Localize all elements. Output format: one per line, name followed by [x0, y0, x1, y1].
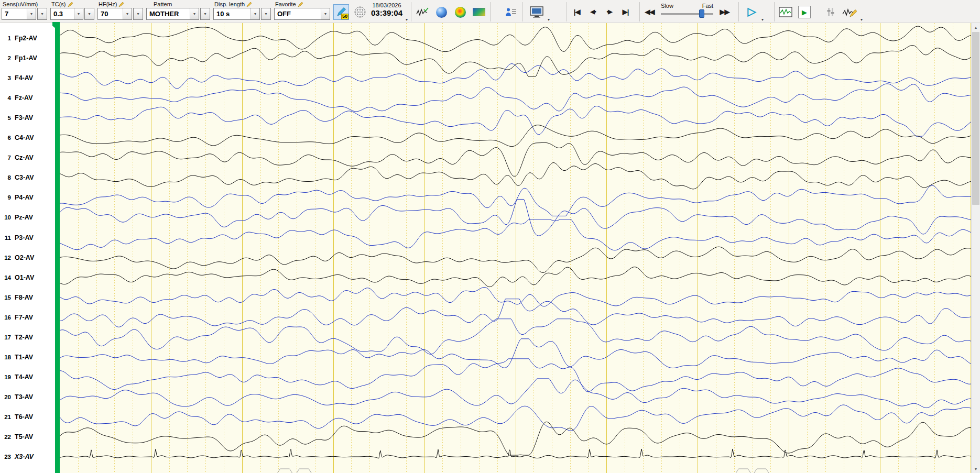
play-dropdown-icon[interactable]: ▾ [761, 17, 764, 22]
scrollbar-thumb[interactable] [972, 32, 979, 205]
channel-label-row[interactable]: 23X3-AV [3, 452, 34, 461]
skip-start-button[interactable]: |◀ [570, 5, 583, 18]
trend-edit-button[interactable] [415, 4, 430, 20]
chevron-down-icon[interactable]: ▾ [251, 8, 259, 19]
chevron-down-icon[interactable]: ▾ [85, 8, 94, 19]
separator [738, 2, 739, 21]
play-button[interactable]: ▷ [745, 5, 758, 18]
review-play-button[interactable]: ▶ [797, 4, 812, 20]
electrode-map-button[interactable] [352, 4, 368, 20]
channel-label-row[interactable]: 10Pz-AV [3, 213, 33, 222]
chevron-down-icon[interactable]: ▾ [201, 8, 210, 19]
disp-length-combo[interactable]: 10 s ▾ [213, 8, 260, 20]
chevron-down-icon[interactable]: ▾ [27, 8, 36, 19]
channel-label-row[interactable]: 16F7-AV [3, 313, 33, 322]
channel-label-row[interactable]: 4Fz-AV [3, 93, 33, 103]
montage-dropdown-icon[interactable]: ▾ [861, 17, 863, 22]
channel-label-row[interactable]: 11P3-AV [3, 233, 34, 243]
channel-label-row[interactable]: 7Cz-AV [3, 153, 34, 162]
favorite-combo[interactable]: OFF ▾ [274, 8, 330, 20]
video-button[interactable] [529, 4, 545, 20]
chevron-down-icon[interactable]: ▾ [190, 8, 199, 19]
sensitivity-combo[interactable]: 7 ▾ [2, 8, 36, 20]
notch-50-badge: 50 [341, 14, 349, 19]
sphere-rainbow-button[interactable] [452, 4, 468, 20]
chevron-down-icon[interactable]: ▾ [134, 8, 143, 19]
step-forward-button[interactable]: •▶ [603, 5, 616, 18]
patient-info-button[interactable] [503, 4, 519, 20]
trace-area[interactable] [60, 23, 971, 473]
pencil-icon[interactable] [118, 2, 124, 7]
channel-label-row[interactable]: 12O2-AV [3, 253, 34, 262]
channel-label-row[interactable]: 17T2-AV [3, 333, 33, 342]
pencil-icon[interactable] [68, 2, 73, 7]
forward-button[interactable]: ▶▶ [718, 5, 731, 18]
channel-name: P3-AV [15, 234, 34, 241]
channel-label-row[interactable]: 6C4-AV [3, 133, 34, 142]
channel-label-row[interactable]: 2Fp1-AV [3, 53, 37, 63]
video-dropdown-icon[interactable]: ▾ [548, 17, 550, 22]
channel-label-row[interactable]: 1Fp2-AV [3, 34, 37, 43]
montage-edit-button[interactable] [842, 4, 857, 20]
eeg-canvas[interactable] [60, 23, 971, 473]
channel-name: Fp2-AV [15, 35, 37, 42]
chevron-down-icon[interactable]: ▾ [38, 8, 47, 19]
tc-secondary-combo[interactable]: ▾ [84, 8, 94, 20]
hf-combo[interactable]: 70 ▾ [97, 8, 132, 20]
datetime-display[interactable]: 18/03/2026 03:39:04 [371, 2, 402, 17]
channel-label-row[interactable]: 5F3-AV [3, 113, 33, 123]
chevron-down-icon[interactable]: ▾ [74, 8, 83, 19]
channel-label-row[interactable]: 8C3-AV [3, 173, 34, 182]
notch-filter-button[interactable]: 50 [333, 4, 349, 20]
channel-label-row[interactable]: 3F4-AV [3, 73, 33, 83]
channel-label-row[interactable]: 20T3-AV [3, 392, 33, 402]
channel-number: 4 [3, 95, 11, 101]
separator [567, 2, 567, 21]
channel-label-row[interactable]: 14O1-AV [3, 273, 34, 282]
channel-name: Cz-AV [15, 154, 34, 161]
channel-label-row[interactable]: 22T5-AV [3, 432, 33, 442]
channel-name: C3-AV [15, 174, 34, 181]
channel-number: 18 [3, 354, 11, 360]
sensitivity-secondary-combo[interactable]: ▾ [37, 8, 47, 20]
channel-number: 23 [3, 454, 11, 460]
chevron-down-icon[interactable]: ▾ [123, 8, 132, 19]
hf-secondary-combo[interactable]: ▾ [133, 8, 143, 20]
channel-label-row[interactable]: 18T1-AV [3, 353, 33, 362]
pattern-secondary-combo[interactable]: ▾ [200, 8, 210, 20]
channel-label-row[interactable]: 19T4-AV [3, 372, 33, 382]
skip-end-button[interactable]: ▶| [619, 5, 632, 18]
sensitivity-group: Sens(uV/mm) 7 ▾ ▾ [2, 1, 47, 20]
pencil-icon[interactable] [246, 2, 252, 7]
speed-slider[interactable] [659, 9, 715, 18]
channel-label-row[interactable]: 21T6-AV [3, 412, 33, 422]
channel-number: 21 [3, 414, 11, 420]
step-back-button[interactable]: ◀• [586, 5, 600, 18]
sphere-blue-button[interactable] [433, 4, 449, 20]
chevron-down-icon[interactable]: ▾ [262, 8, 270, 19]
monitor-waveform-button[interactable] [778, 4, 793, 20]
map-thumbnail-button[interactable] [471, 4, 487, 20]
channel-number: 8 [3, 174, 11, 181]
volume-button[interactable] [823, 4, 839, 20]
tc-group: TC(s) 0.3 ▾ ▾ [50, 1, 94, 20]
channel-number: 1 [3, 35, 11, 41]
chevron-down-icon[interactable]: ▾ [321, 8, 330, 19]
channel-name: C4-AV [15, 134, 34, 141]
channel-label-row[interactable]: 9P4-AV [3, 193, 34, 202]
disp-length-secondary-combo[interactable]: ▾ [261, 8, 271, 20]
tc-combo[interactable]: 0.3 ▾ [50, 8, 83, 20]
pattern-combo[interactable]: MOTHER ▾ [146, 8, 199, 20]
favorite-group: Favorite OFF ▾ [274, 1, 330, 20]
scroll-up-icon[interactable]: ▲ [972, 23, 980, 31]
scroll-down-icon[interactable]: ▼ [972, 465, 980, 473]
vertical-scrollbar[interactable]: ▲ ▼ [971, 23, 980, 473]
channel-name: O1-AV [15, 274, 34, 281]
datetime-dropdown-icon[interactable]: ▾ [406, 17, 408, 22]
slider-thumb[interactable] [699, 9, 704, 18]
channel-label-row[interactable]: 15F8-AV [3, 293, 33, 302]
channel-name: T3-AV [15, 393, 33, 401]
rewind-button[interactable]: ◀◀ [643, 5, 656, 18]
pencil-icon[interactable] [298, 2, 303, 7]
sensitivity-label: Sens(uV/mm) [2, 1, 47, 8]
